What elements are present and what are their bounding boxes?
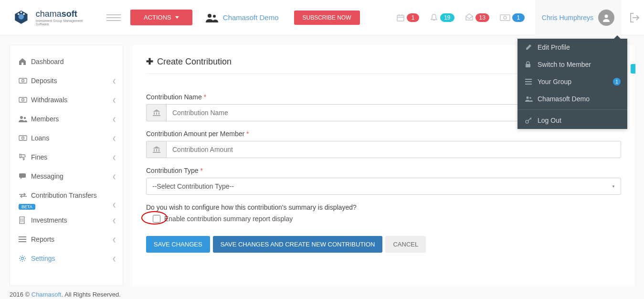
logo-text: chamasoft Investment Group Management So… bbox=[36, 9, 93, 26]
chevron-down-icon bbox=[175, 16, 179, 19]
pencil-icon bbox=[525, 44, 532, 51]
dd-edit-profile[interactable]: Edit Profile bbox=[517, 39, 627, 56]
svg-point-5 bbox=[213, 15, 216, 18]
svg-rect-6 bbox=[397, 15, 404, 21]
type-label: Contribution Type * bbox=[146, 167, 621, 174]
plus-icon: ✚ bbox=[146, 56, 153, 67]
hamburger-icon[interactable] bbox=[106, 14, 121, 21]
sidebar-item-label: Dashboard bbox=[31, 58, 64, 65]
cancel-button[interactable]: CANCEL bbox=[385, 236, 426, 253]
home-icon bbox=[19, 58, 27, 65]
calendar-badge: 1 bbox=[407, 13, 419, 22]
checkbox-row: Enable contribution summary report displ… bbox=[146, 215, 621, 223]
avatar bbox=[598, 10, 614, 26]
sidebar-item-label: Deposits bbox=[31, 77, 57, 85]
svg-point-18 bbox=[24, 117, 26, 119]
svg-rect-19 bbox=[19, 136, 27, 140]
thumbs-down-icon bbox=[19, 153, 27, 161]
lock-icon bbox=[525, 61, 532, 68]
side-tab[interactable] bbox=[631, 64, 635, 74]
mail-notif[interactable]: 13 bbox=[461, 13, 493, 22]
svg-point-14 bbox=[22, 80, 24, 82]
svg-point-17 bbox=[20, 116, 23, 119]
chevron-right-icon: ❮ bbox=[112, 78, 116, 84]
contribution-type-select[interactable]: --Select Contribution Type-- bbox=[146, 178, 621, 195]
chevron-right-icon: ❮ bbox=[112, 155, 116, 160]
chevron-right-icon: ❮ bbox=[112, 136, 116, 141]
sidebar-item-reports[interactable]: Reports ❮ bbox=[10, 230, 123, 249]
mail-badge: 13 bbox=[475, 13, 489, 22]
amount-field-group: Contribution Amount per Member * bbox=[146, 130, 621, 158]
sidebar-item-deposits[interactable]: Deposits ❮ bbox=[10, 71, 123, 90]
group-link[interactable]: Chamasoft Demo bbox=[206, 13, 279, 22]
money-badge: 1 bbox=[512, 13, 525, 22]
dropdown-separator bbox=[517, 109, 627, 110]
sidebar-item-investments[interactable]: Investments ❮ bbox=[10, 211, 123, 230]
subscribe-button[interactable]: SUBSCRIBE NOW bbox=[294, 11, 360, 25]
footer: 2016 © Chamasoft. All Rights Reserved. bbox=[10, 291, 121, 298]
svg-point-11 bbox=[504, 16, 507, 19]
chevron-right-icon: ❮ bbox=[112, 174, 116, 179]
sidebar-item-label: Settings bbox=[31, 255, 55, 262]
beta-badge: BETA bbox=[19, 204, 35, 210]
svg-point-0 bbox=[19, 14, 24, 19]
save-button[interactable]: SAVE CHANGES bbox=[146, 236, 210, 253]
logo-block[interactable]: chamasoft Investment Group Management So… bbox=[0, 9, 103, 26]
svg-rect-10 bbox=[500, 15, 510, 21]
topbar-right: 1 19 13 1 Chris Humphreys bbox=[392, 0, 644, 35]
svg-rect-28 bbox=[526, 64, 530, 67]
sidebar-item-messaging[interactable]: Messaging ❮ bbox=[10, 167, 123, 186]
money-icon bbox=[500, 14, 510, 21]
sidebar-item-contribution-transfers[interactable]: Contribution Transfers BETA ❮ bbox=[10, 186, 123, 211]
svg-rect-31 bbox=[525, 84, 532, 85]
sidebar-item-label: Withdrawals bbox=[31, 96, 67, 104]
svg-point-2 bbox=[23, 13, 25, 15]
dd-group-demo[interactable]: Chamasoft Demo bbox=[517, 90, 627, 107]
money-icon bbox=[19, 135, 27, 141]
svg-rect-26 bbox=[19, 241, 26, 242]
checkbox-label: Enable contribution summary report displ… bbox=[164, 215, 293, 223]
sidebar: Dashboard Deposits ❮ Withdrawals ❮ Membe… bbox=[10, 45, 123, 286]
svg-rect-25 bbox=[19, 239, 26, 240]
sidebar-item-dashboard[interactable]: Dashboard bbox=[10, 52, 123, 71]
sidebar-item-label: Members bbox=[31, 115, 59, 123]
sidebar-item-members[interactable]: Members ❮ bbox=[10, 109, 123, 128]
svg-point-20 bbox=[22, 137, 24, 139]
svg-point-3 bbox=[21, 11, 22, 13]
chat-icon bbox=[19, 173, 27, 180]
sidebar-item-loans[interactable]: Loans ❮ bbox=[10, 128, 123, 148]
footer-link[interactable]: Chamasoft bbox=[32, 291, 62, 298]
users-icon bbox=[19, 116, 27, 122]
bell-notif[interactable]: 19 bbox=[426, 13, 458, 22]
enable-summary-checkbox[interactable] bbox=[153, 215, 160, 223]
contribution-amount-input[interactable] bbox=[166, 141, 621, 158]
key-icon bbox=[525, 117, 532, 124]
type-field-group: Contribution Type * --Select Contributio… bbox=[146, 167, 621, 195]
user-menu-trigger[interactable]: Chris Humphreys bbox=[535, 0, 621, 35]
sidebar-item-fines[interactable]: Fines ❮ bbox=[10, 148, 123, 167]
money-notif[interactable]: 1 bbox=[496, 13, 528, 22]
sidebar-item-settings[interactable]: Settings ❮ bbox=[10, 249, 123, 268]
sidebar-item-label: Loans bbox=[31, 134, 49, 142]
chevron-right-icon: ❮ bbox=[112, 117, 116, 122]
sidebar-item-withdrawals[interactable]: Withdrawals ❮ bbox=[10, 90, 123, 109]
money-icon bbox=[19, 97, 27, 103]
svg-rect-30 bbox=[525, 81, 532, 82]
logout-icon[interactable] bbox=[630, 12, 639, 23]
bell-badge: 19 bbox=[440, 13, 454, 22]
actions-button[interactable]: ACTIONS bbox=[130, 10, 192, 25]
amount-label: Contribution Amount per Member * bbox=[146, 130, 621, 138]
calendar-notif[interactable]: 1 bbox=[392, 13, 423, 22]
lines-icon bbox=[19, 236, 27, 242]
bank-icon bbox=[146, 141, 166, 158]
dd-switch-member[interactable]: Switch to Member bbox=[517, 56, 627, 73]
building-icon bbox=[19, 216, 27, 224]
bank-icon bbox=[146, 104, 166, 121]
dd-your-group[interactable]: Your Group 1 bbox=[517, 73, 627, 90]
svg-rect-29 bbox=[525, 79, 532, 80]
list-icon bbox=[525, 79, 532, 85]
save-and-new-button[interactable]: SAVE CHANGES AND CREATE NEW CONTRIBUTION bbox=[213, 236, 383, 253]
dd-logout[interactable]: Log Out bbox=[517, 112, 627, 129]
mail-icon bbox=[465, 13, 474, 22]
svg-point-4 bbox=[208, 14, 211, 18]
